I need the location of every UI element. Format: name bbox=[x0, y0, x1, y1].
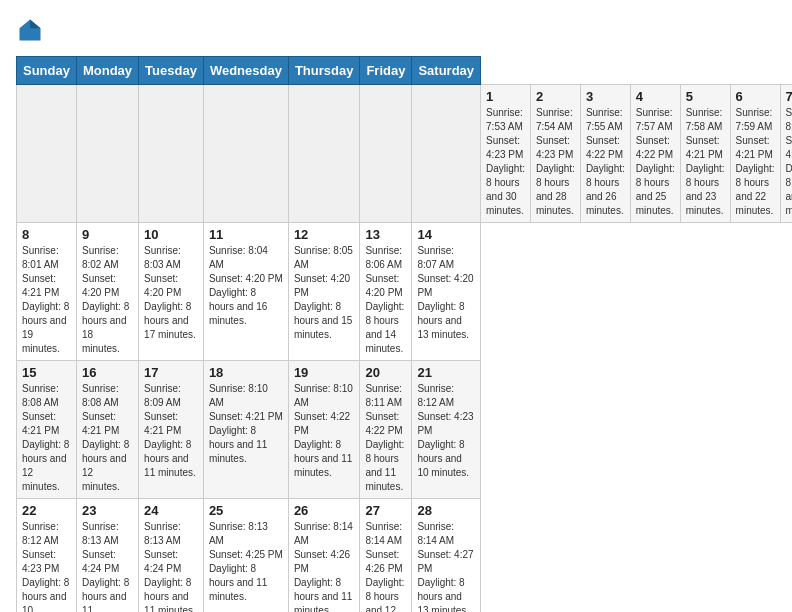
day-number: 7 bbox=[786, 89, 793, 104]
sunrise-label: Sunrise: 8:02 AM bbox=[82, 245, 119, 270]
calendar-day-cell: 18 Sunrise: 8:10 AM Sunset: 4:21 PM Dayl… bbox=[203, 361, 288, 499]
sunset-label: Sunset: 4:21 PM bbox=[686, 135, 723, 160]
sunrise-label: Sunrise: 8:06 AM bbox=[365, 245, 402, 270]
calendar-table: SundayMondayTuesdayWednesdayThursdayFrid… bbox=[16, 56, 792, 612]
page-header bbox=[16, 16, 776, 44]
sunrise-label: Sunrise: 8:00 AM bbox=[786, 107, 793, 132]
daylight-label: Daylight: 8 hours and 14 minutes. bbox=[365, 301, 404, 354]
daylight-label: Daylight: 8 hours and 22 minutes. bbox=[736, 163, 775, 216]
sunrise-label: Sunrise: 7:58 AM bbox=[686, 107, 723, 132]
sunset-label: Sunset: 4:22 PM bbox=[294, 411, 350, 436]
day-number: 8 bbox=[22, 227, 71, 242]
daylight-label: Daylight: 8 hours and 18 minutes. bbox=[82, 301, 129, 354]
day-info: Sunrise: 8:07 AM Sunset: 4:20 PM Dayligh… bbox=[417, 244, 475, 342]
day-number: 13 bbox=[365, 227, 406, 242]
daylight-label: Daylight: 8 hours and 11 minutes. bbox=[144, 577, 196, 612]
daylight-label: Daylight: 8 hours and 11 minutes. bbox=[82, 577, 129, 612]
calendar-day-cell: 21 Sunrise: 8:12 AM Sunset: 4:23 PM Dayl… bbox=[412, 361, 481, 499]
daylight-label: Daylight: 8 hours and 12 minutes. bbox=[22, 439, 69, 492]
daylight-label: Daylight: 8 hours and 10 minutes. bbox=[22, 577, 69, 612]
col-header-wednesday: Wednesday bbox=[203, 57, 288, 85]
day-info: Sunrise: 8:13 AM Sunset: 4:25 PM Dayligh… bbox=[209, 520, 283, 604]
day-info: Sunrise: 8:09 AM Sunset: 4:21 PM Dayligh… bbox=[144, 382, 198, 480]
sunset-label: Sunset: 4:20 PM bbox=[82, 273, 119, 298]
sunset-label: Sunset: 4:21 PM bbox=[82, 411, 119, 436]
sunset-label: Sunset: 4:27 PM bbox=[417, 549, 473, 574]
empty-cell bbox=[360, 85, 412, 223]
day-info: Sunrise: 8:10 AM Sunset: 4:22 PM Dayligh… bbox=[294, 382, 355, 480]
sunset-label: Sunset: 4:22 PM bbox=[365, 411, 402, 436]
sunrise-label: Sunrise: 8:09 AM bbox=[144, 383, 181, 408]
logo-icon bbox=[16, 16, 44, 44]
day-info: Sunrise: 8:13 AM Sunset: 4:24 PM Dayligh… bbox=[144, 520, 198, 612]
day-number: 28 bbox=[417, 503, 475, 518]
sunset-label: Sunset: 4:20 PM bbox=[209, 273, 283, 284]
calendar-day-cell: 2 Sunrise: 7:54 AM Sunset: 4:23 PM Dayli… bbox=[530, 85, 580, 223]
sunrise-label: Sunrise: 7:53 AM bbox=[486, 107, 523, 132]
day-number: 17 bbox=[144, 365, 198, 380]
col-header-thursday: Thursday bbox=[288, 57, 360, 85]
daylight-label: Daylight: 8 hours and 20 minutes. bbox=[786, 163, 793, 216]
daylight-label: Daylight: 8 hours and 25 minutes. bbox=[636, 163, 675, 216]
calendar-day-cell: 19 Sunrise: 8:10 AM Sunset: 4:22 PM Dayl… bbox=[288, 361, 360, 499]
sunset-label: Sunset: 4:20 PM bbox=[294, 273, 350, 298]
sunrise-label: Sunrise: 8:12 AM bbox=[417, 383, 454, 408]
sunset-label: Sunset: 4:22 PM bbox=[636, 135, 673, 160]
calendar-day-cell: 28 Sunrise: 8:14 AM Sunset: 4:27 PM Dayl… bbox=[412, 499, 481, 613]
calendar-day-cell: 12 Sunrise: 8:05 AM Sunset: 4:20 PM Dayl… bbox=[288, 223, 360, 361]
day-info: Sunrise: 8:06 AM Sunset: 4:20 PM Dayligh… bbox=[365, 244, 406, 356]
sunset-label: Sunset: 4:20 PM bbox=[144, 273, 181, 298]
calendar-day-cell: 7 Sunrise: 8:00 AM Sunset: 4:21 PM Dayli… bbox=[780, 85, 792, 223]
sunrise-label: Sunrise: 7:54 AM bbox=[536, 107, 573, 132]
sunrise-label: Sunrise: 8:04 AM bbox=[209, 245, 268, 270]
day-number: 6 bbox=[736, 89, 775, 104]
sunset-label: Sunset: 4:21 PM bbox=[736, 135, 773, 160]
day-number: 26 bbox=[294, 503, 355, 518]
day-info: Sunrise: 8:05 AM Sunset: 4:20 PM Dayligh… bbox=[294, 244, 355, 342]
day-info: Sunrise: 8:01 AM Sunset: 4:21 PM Dayligh… bbox=[22, 244, 71, 356]
day-info: Sunrise: 7:59 AM Sunset: 4:21 PM Dayligh… bbox=[736, 106, 775, 218]
col-header-saturday: Saturday bbox=[412, 57, 481, 85]
col-header-tuesday: Tuesday bbox=[139, 57, 204, 85]
calendar-day-cell: 15 Sunrise: 8:08 AM Sunset: 4:21 PM Dayl… bbox=[17, 361, 77, 499]
day-number: 5 bbox=[686, 89, 725, 104]
calendar-day-cell: 20 Sunrise: 8:11 AM Sunset: 4:22 PM Dayl… bbox=[360, 361, 412, 499]
day-number: 1 bbox=[486, 89, 525, 104]
sunset-label: Sunset: 4:23 PM bbox=[486, 135, 523, 160]
calendar-day-cell: 1 Sunrise: 7:53 AM Sunset: 4:23 PM Dayli… bbox=[481, 85, 531, 223]
calendar-day-cell: 22 Sunrise: 8:12 AM Sunset: 4:23 PM Dayl… bbox=[17, 499, 77, 613]
daylight-label: Daylight: 8 hours and 11 minutes. bbox=[209, 563, 267, 602]
calendar-week-row: 22 Sunrise: 8:12 AM Sunset: 4:23 PM Dayl… bbox=[17, 499, 793, 613]
calendar-day-cell: 27 Sunrise: 8:14 AM Sunset: 4:26 PM Dayl… bbox=[360, 499, 412, 613]
sunrise-label: Sunrise: 8:10 AM bbox=[209, 383, 268, 408]
day-number: 15 bbox=[22, 365, 71, 380]
logo bbox=[16, 16, 48, 44]
empty-cell bbox=[412, 85, 481, 223]
sunset-label: Sunset: 4:24 PM bbox=[82, 549, 119, 574]
sunrise-label: Sunrise: 8:13 AM bbox=[209, 521, 268, 546]
col-header-friday: Friday bbox=[360, 57, 412, 85]
calendar-day-cell: 25 Sunrise: 8:13 AM Sunset: 4:25 PM Dayl… bbox=[203, 499, 288, 613]
sunrise-label: Sunrise: 8:13 AM bbox=[82, 521, 119, 546]
sunset-label: Sunset: 4:23 PM bbox=[22, 549, 59, 574]
day-info: Sunrise: 8:00 AM Sunset: 4:21 PM Dayligh… bbox=[786, 106, 793, 218]
sunset-label: Sunset: 4:21 PM bbox=[209, 411, 283, 422]
daylight-label: Daylight: 8 hours and 15 minutes. bbox=[294, 301, 352, 340]
sunset-label: Sunset: 4:24 PM bbox=[144, 549, 181, 574]
daylight-label: Daylight: 8 hours and 12 minutes. bbox=[82, 439, 129, 492]
daylight-label: Daylight: 8 hours and 11 minutes. bbox=[294, 577, 352, 612]
day-info: Sunrise: 8:14 AM Sunset: 4:27 PM Dayligh… bbox=[417, 520, 475, 612]
col-header-monday: Monday bbox=[76, 57, 138, 85]
empty-cell bbox=[288, 85, 360, 223]
day-number: 3 bbox=[586, 89, 625, 104]
day-info: Sunrise: 7:54 AM Sunset: 4:23 PM Dayligh… bbox=[536, 106, 575, 218]
sunset-label: Sunset: 4:26 PM bbox=[365, 549, 402, 574]
calendar-day-cell: 17 Sunrise: 8:09 AM Sunset: 4:21 PM Dayl… bbox=[139, 361, 204, 499]
calendar-day-cell: 6 Sunrise: 7:59 AM Sunset: 4:21 PM Dayli… bbox=[730, 85, 780, 223]
day-info: Sunrise: 8:02 AM Sunset: 4:20 PM Dayligh… bbox=[82, 244, 133, 356]
day-number: 19 bbox=[294, 365, 355, 380]
daylight-label: Daylight: 8 hours and 30 minutes. bbox=[486, 163, 525, 216]
calendar-day-cell: 5 Sunrise: 7:58 AM Sunset: 4:21 PM Dayli… bbox=[680, 85, 730, 223]
sunrise-label: Sunrise: 7:55 AM bbox=[586, 107, 623, 132]
sunset-label: Sunset: 4:20 PM bbox=[417, 273, 473, 298]
